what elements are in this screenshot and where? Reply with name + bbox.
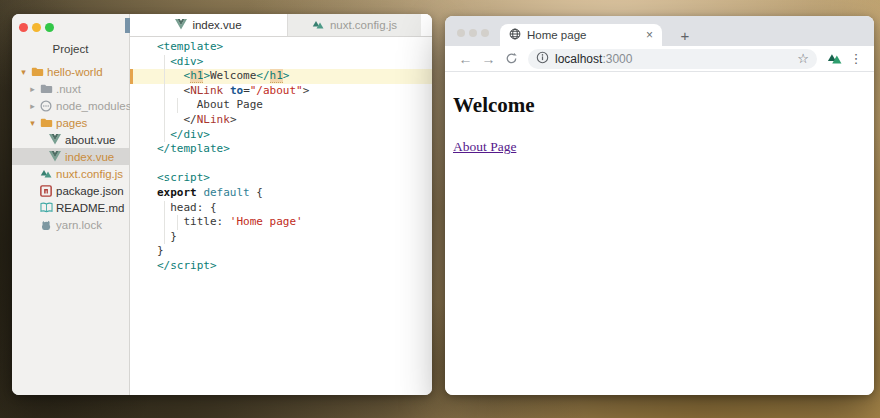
zoom-window-button[interactable]	[481, 29, 489, 37]
code-token: </script>	[157, 259, 217, 272]
code-token: h1	[190, 69, 203, 83]
code-token: }	[157, 230, 177, 243]
browser-tab[interactable]: Home page ×	[500, 24, 662, 46]
code-token: <div>	[170, 55, 203, 68]
code-line[interactable]: <div>	[130, 55, 432, 70]
chevron-down-icon[interactable]: ▾	[27, 118, 38, 128]
vue-icon	[47, 134, 63, 145]
browser-window-controls	[457, 29, 489, 37]
module-icon	[38, 100, 54, 112]
code-token: <template>	[157, 40, 223, 53]
code-line[interactable]: export default {	[130, 186, 432, 201]
editor-sidebar: Project ▾hello-world▸.nuxt▸node_modules▾…	[12, 14, 130, 395]
forward-icon[interactable]: →	[477, 51, 500, 67]
code-line[interactable]: title: 'Home page'	[130, 215, 432, 230]
tree-item-label: nuxt.config.js	[56, 168, 123, 180]
code-token: "/about"	[250, 84, 303, 97]
folder-orange-icon	[38, 117, 54, 128]
tree-item-node-modules[interactable]: ▸node_modules	[12, 97, 129, 114]
code-line[interactable]	[130, 157, 432, 172]
code-token: NLink	[197, 113, 230, 126]
code-token: Welcome	[210, 69, 256, 82]
code-line[interactable]: <script>	[130, 171, 432, 186]
code-token: =	[243, 84, 250, 97]
code-token: export	[157, 186, 197, 199]
close-window-button[interactable]	[19, 23, 28, 32]
tree-item-hello-world[interactable]: ▾hello-world	[12, 63, 129, 80]
code-line[interactable]: <NLink to="/about">	[130, 84, 432, 99]
url-host: localhost	[555, 52, 602, 66]
tree-item-readme-md[interactable]: README.md	[12, 199, 129, 216]
code-token: </	[256, 69, 269, 82]
code-token: default	[203, 186, 249, 199]
tree-item-label: about.vue	[65, 134, 116, 146]
vue-icon	[47, 151, 63, 162]
code-line-active[interactable]: <h1>Welcome</h1>	[130, 69, 432, 84]
browser-menu-icon[interactable]: ⋮	[847, 51, 865, 66]
file-tree: ▾hello-world▸.nuxt▸node_modules▾pagesabo…	[12, 63, 129, 233]
code-token: <script>	[157, 171, 210, 184]
about-page-link[interactable]: About Page	[453, 139, 516, 155]
tree-item-label: yarn.lock	[56, 219, 102, 231]
tab-title: Home page	[527, 29, 646, 41]
editor-tab-index-vue[interactable]: index.vue	[130, 14, 287, 36]
tree-item-pages[interactable]: ▾pages	[12, 114, 129, 131]
minimize-window-button[interactable]	[469, 29, 477, 37]
chevron-down-icon[interactable]: ▾	[18, 67, 29, 77]
code-token: >	[203, 69, 210, 82]
site-info-icon[interactable]	[536, 50, 549, 68]
chevron-right-icon[interactable]: ▸	[27, 84, 38, 94]
code-line[interactable]: }	[130, 244, 432, 259]
tree-item-about-vue[interactable]: about.vue	[12, 131, 129, 148]
minimize-window-button[interactable]	[32, 23, 41, 32]
code-line[interactable]: </template>	[130, 142, 432, 157]
url-port: :3000	[602, 52, 632, 66]
tree-item-label: pages	[56, 117, 87, 129]
tree-item-label: package.json	[56, 185, 124, 197]
code-line[interactable]: </NLink>	[130, 113, 432, 128]
tree-item--nuxt[interactable]: ▸.nuxt	[12, 80, 129, 97]
code-token: About Page	[157, 98, 263, 111]
code-line[interactable]: <template>	[130, 40, 432, 55]
new-tab-button[interactable]: +	[671, 24, 699, 46]
code-token	[157, 113, 184, 126]
tree-item-package-json[interactable]: package.json	[12, 182, 129, 199]
folder-orange-icon	[29, 66, 45, 77]
code-token: title:	[157, 215, 230, 228]
code-line[interactable]: </div>	[130, 128, 432, 143]
browser-viewport: Welcome About Page	[445, 72, 874, 395]
code-line[interactable]: }	[130, 230, 432, 245]
close-tab-icon[interactable]: ×	[646, 28, 653, 42]
nuxt-extension-icon[interactable]	[823, 52, 847, 65]
code-token: {	[250, 186, 263, 199]
code-token: NLink	[190, 84, 223, 97]
tree-item-nuxt-config-js[interactable]: nuxt.config.js	[12, 165, 129, 182]
chevron-right-icon[interactable]: ▸	[27, 101, 38, 111]
code-line[interactable]: </script>	[130, 259, 432, 274]
address-bar[interactable]: localhost:3000 ☆	[528, 49, 817, 69]
editor-tab-nuxt-config-js[interactable]: nuxt.config.js	[287, 14, 421, 36]
browser-window: Home page × + ← → localhost:3000 ☆ ⋮	[445, 16, 874, 395]
close-window-button[interactable]	[457, 29, 465, 37]
tree-item-index-vue[interactable]: index.vue	[12, 148, 129, 165]
readme-icon	[38, 202, 54, 213]
code-token: </template>	[157, 142, 230, 155]
back-icon[interactable]: ←	[454, 51, 477, 67]
zoom-window-button[interactable]	[45, 23, 54, 32]
code-line[interactable]: About Page	[130, 98, 432, 113]
tree-item-yarn-lock[interactable]: yarn.lock	[12, 216, 129, 233]
project-panel-title: Project	[12, 43, 129, 57]
code-token	[157, 128, 170, 141]
code-line[interactable]: head: {	[130, 201, 432, 216]
code-token	[223, 84, 230, 97]
reload-icon[interactable]	[500, 52, 523, 65]
editor-window: Project ▾hello-world▸.nuxt▸node_modules▾…	[12, 14, 432, 395]
vue-icon	[175, 19, 187, 32]
code-token	[157, 55, 170, 68]
code-token: h1	[270, 69, 283, 83]
folder-gray-icon	[38, 83, 54, 94]
code-editor[interactable]: <template> <div> <h1>Welcome</h1> <NLink…	[130, 37, 432, 395]
bookmark-star-icon[interactable]: ☆	[797, 51, 809, 66]
nuxt-icon	[38, 168, 54, 179]
pane-divider-notch	[125, 18, 130, 33]
